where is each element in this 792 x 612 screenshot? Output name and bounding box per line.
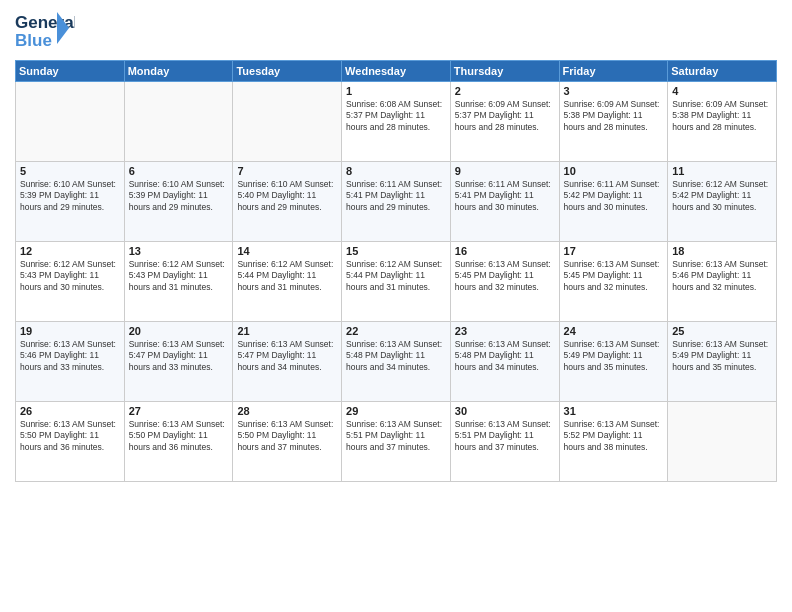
calendar-cell: 4Sunrise: 6:09 AM Sunset: 5:38 PM Daylig…	[668, 82, 777, 162]
day-number: 25	[672, 325, 772, 337]
day-number: 30	[455, 405, 555, 417]
day-info: Sunrise: 6:13 AM Sunset: 5:48 PM Dayligh…	[455, 339, 555, 373]
day-info: Sunrise: 6:13 AM Sunset: 5:45 PM Dayligh…	[455, 259, 555, 293]
calendar-cell: 16Sunrise: 6:13 AM Sunset: 5:45 PM Dayli…	[450, 242, 559, 322]
day-number: 27	[129, 405, 229, 417]
day-info: Sunrise: 6:13 AM Sunset: 5:51 PM Dayligh…	[455, 419, 555, 453]
calendar-cell: 13Sunrise: 6:12 AM Sunset: 5:43 PM Dayli…	[124, 242, 233, 322]
calendar-week-row: 19Sunrise: 6:13 AM Sunset: 5:46 PM Dayli…	[16, 322, 777, 402]
calendar-cell: 15Sunrise: 6:12 AM Sunset: 5:44 PM Dayli…	[342, 242, 451, 322]
calendar-week-row: 26Sunrise: 6:13 AM Sunset: 5:50 PM Dayli…	[16, 402, 777, 482]
calendar-cell	[233, 82, 342, 162]
day-number: 1	[346, 85, 446, 97]
day-info: Sunrise: 6:13 AM Sunset: 5:50 PM Dayligh…	[20, 419, 120, 453]
day-info: Sunrise: 6:13 AM Sunset: 5:50 PM Dayligh…	[237, 419, 337, 453]
calendar-cell: 28Sunrise: 6:13 AM Sunset: 5:50 PM Dayli…	[233, 402, 342, 482]
day-info: Sunrise: 6:10 AM Sunset: 5:39 PM Dayligh…	[129, 179, 229, 213]
day-number: 6	[129, 165, 229, 177]
calendar-cell: 7Sunrise: 6:10 AM Sunset: 5:40 PM Daylig…	[233, 162, 342, 242]
day-number: 24	[564, 325, 664, 337]
calendar-day-header: Saturday	[668, 61, 777, 82]
calendar-cell: 17Sunrise: 6:13 AM Sunset: 5:45 PM Dayli…	[559, 242, 668, 322]
day-info: Sunrise: 6:13 AM Sunset: 5:47 PM Dayligh…	[129, 339, 229, 373]
calendar-cell: 31Sunrise: 6:13 AM Sunset: 5:52 PM Dayli…	[559, 402, 668, 482]
calendar-cell: 12Sunrise: 6:12 AM Sunset: 5:43 PM Dayli…	[16, 242, 125, 322]
calendar-cell: 23Sunrise: 6:13 AM Sunset: 5:48 PM Dayli…	[450, 322, 559, 402]
calendar-cell: 8Sunrise: 6:11 AM Sunset: 5:41 PM Daylig…	[342, 162, 451, 242]
day-info: Sunrise: 6:13 AM Sunset: 5:46 PM Dayligh…	[672, 259, 772, 293]
day-info: Sunrise: 6:13 AM Sunset: 5:51 PM Dayligh…	[346, 419, 446, 453]
day-number: 12	[20, 245, 120, 257]
day-info: Sunrise: 6:13 AM Sunset: 5:46 PM Dayligh…	[20, 339, 120, 373]
day-info: Sunrise: 6:13 AM Sunset: 5:50 PM Dayligh…	[129, 419, 229, 453]
calendar-cell: 18Sunrise: 6:13 AM Sunset: 5:46 PM Dayli…	[668, 242, 777, 322]
day-info: Sunrise: 6:10 AM Sunset: 5:39 PM Dayligh…	[20, 179, 120, 213]
header: GeneralBlue	[15, 10, 777, 52]
day-number: 21	[237, 325, 337, 337]
day-number: 8	[346, 165, 446, 177]
calendar-day-header: Wednesday	[342, 61, 451, 82]
day-info: Sunrise: 6:11 AM Sunset: 5:41 PM Dayligh…	[455, 179, 555, 213]
calendar-cell: 19Sunrise: 6:13 AM Sunset: 5:46 PM Dayli…	[16, 322, 125, 402]
calendar-cell: 9Sunrise: 6:11 AM Sunset: 5:41 PM Daylig…	[450, 162, 559, 242]
calendar-week-row: 5Sunrise: 6:10 AM Sunset: 5:39 PM Daylig…	[16, 162, 777, 242]
day-number: 17	[564, 245, 664, 257]
calendar-cell: 6Sunrise: 6:10 AM Sunset: 5:39 PM Daylig…	[124, 162, 233, 242]
day-number: 13	[129, 245, 229, 257]
calendar-day-header: Thursday	[450, 61, 559, 82]
day-number: 28	[237, 405, 337, 417]
day-info: Sunrise: 6:12 AM Sunset: 5:43 PM Dayligh…	[129, 259, 229, 293]
day-number: 31	[564, 405, 664, 417]
calendar-week-row: 12Sunrise: 6:12 AM Sunset: 5:43 PM Dayli…	[16, 242, 777, 322]
day-number: 9	[455, 165, 555, 177]
day-info: Sunrise: 6:09 AM Sunset: 5:38 PM Dayligh…	[672, 99, 772, 133]
logo: GeneralBlue	[15, 10, 75, 52]
calendar-day-header: Sunday	[16, 61, 125, 82]
day-number: 20	[129, 325, 229, 337]
day-info: Sunrise: 6:13 AM Sunset: 5:47 PM Dayligh…	[237, 339, 337, 373]
calendar-cell: 3Sunrise: 6:09 AM Sunset: 5:38 PM Daylig…	[559, 82, 668, 162]
day-info: Sunrise: 6:12 AM Sunset: 5:43 PM Dayligh…	[20, 259, 120, 293]
calendar-cell: 25Sunrise: 6:13 AM Sunset: 5:49 PM Dayli…	[668, 322, 777, 402]
calendar-header-row: SundayMondayTuesdayWednesdayThursdayFrid…	[16, 61, 777, 82]
calendar-day-header: Friday	[559, 61, 668, 82]
calendar-cell: 1Sunrise: 6:08 AM Sunset: 5:37 PM Daylig…	[342, 82, 451, 162]
day-number: 11	[672, 165, 772, 177]
day-number: 10	[564, 165, 664, 177]
day-info: Sunrise: 6:12 AM Sunset: 5:44 PM Dayligh…	[346, 259, 446, 293]
logo-icon: GeneralBlue	[15, 10, 75, 52]
day-info: Sunrise: 6:13 AM Sunset: 5:52 PM Dayligh…	[564, 419, 664, 453]
calendar-cell	[668, 402, 777, 482]
day-number: 5	[20, 165, 120, 177]
day-number: 15	[346, 245, 446, 257]
day-number: 3	[564, 85, 664, 97]
day-number: 2	[455, 85, 555, 97]
day-number: 26	[20, 405, 120, 417]
day-number: 18	[672, 245, 772, 257]
day-info: Sunrise: 6:12 AM Sunset: 5:42 PM Dayligh…	[672, 179, 772, 213]
day-info: Sunrise: 6:13 AM Sunset: 5:48 PM Dayligh…	[346, 339, 446, 373]
day-info: Sunrise: 6:13 AM Sunset: 5:49 PM Dayligh…	[672, 339, 772, 373]
page-container: GeneralBlue SundayMondayTuesdayWednesday…	[0, 0, 792, 612]
day-number: 7	[237, 165, 337, 177]
day-info: Sunrise: 6:09 AM Sunset: 5:38 PM Dayligh…	[564, 99, 664, 133]
day-info: Sunrise: 6:12 AM Sunset: 5:44 PM Dayligh…	[237, 259, 337, 293]
calendar-day-header: Tuesday	[233, 61, 342, 82]
day-info: Sunrise: 6:11 AM Sunset: 5:42 PM Dayligh…	[564, 179, 664, 213]
svg-text:Blue: Blue	[15, 31, 52, 50]
day-info: Sunrise: 6:13 AM Sunset: 5:45 PM Dayligh…	[564, 259, 664, 293]
calendar-cell: 14Sunrise: 6:12 AM Sunset: 5:44 PM Dayli…	[233, 242, 342, 322]
day-number: 14	[237, 245, 337, 257]
calendar-cell: 5Sunrise: 6:10 AM Sunset: 5:39 PM Daylig…	[16, 162, 125, 242]
calendar-cell: 21Sunrise: 6:13 AM Sunset: 5:47 PM Dayli…	[233, 322, 342, 402]
day-number: 29	[346, 405, 446, 417]
day-info: Sunrise: 6:09 AM Sunset: 5:37 PM Dayligh…	[455, 99, 555, 133]
day-info: Sunrise: 6:13 AM Sunset: 5:49 PM Dayligh…	[564, 339, 664, 373]
calendar-cell: 29Sunrise: 6:13 AM Sunset: 5:51 PM Dayli…	[342, 402, 451, 482]
day-number: 4	[672, 85, 772, 97]
day-info: Sunrise: 6:11 AM Sunset: 5:41 PM Dayligh…	[346, 179, 446, 213]
calendar-cell	[124, 82, 233, 162]
day-number: 19	[20, 325, 120, 337]
day-info: Sunrise: 6:08 AM Sunset: 5:37 PM Dayligh…	[346, 99, 446, 133]
day-number: 23	[455, 325, 555, 337]
